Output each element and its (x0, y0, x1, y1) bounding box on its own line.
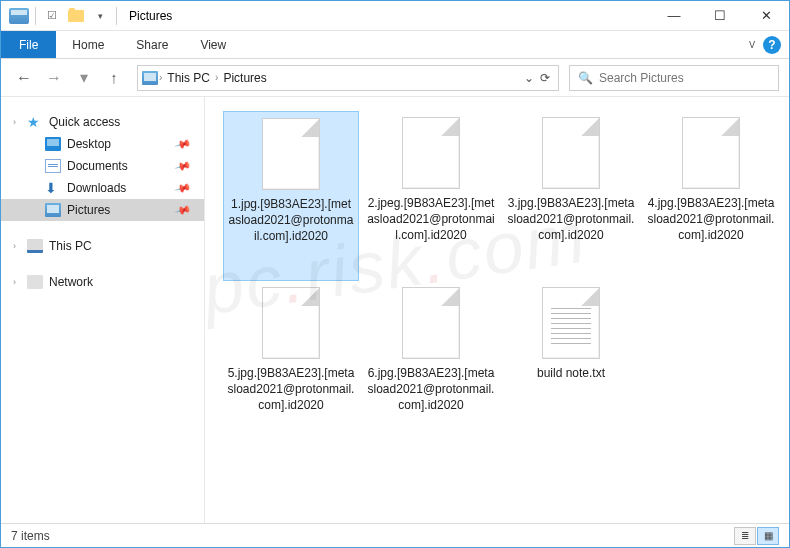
pin-icon: 📌 (174, 135, 193, 153)
pin-icon: 📌 (174, 201, 193, 219)
search-placeholder: Search Pictures (599, 71, 684, 85)
up-button[interactable]: ↑ (101, 65, 127, 91)
sidebar-item-desktop[interactable]: Desktop 📌 (1, 133, 204, 155)
file-grid[interactable]: 1.jpg.[9B83AE23].[metasload2021@protonma… (205, 97, 789, 525)
sidebar-label: Pictures (67, 203, 110, 217)
qat-separator (35, 7, 36, 25)
view-switcher: ≣ ▦ (734, 527, 779, 545)
minimize-button[interactable]: — (651, 1, 697, 31)
network-icon (27, 275, 43, 289)
thispc-icon (27, 239, 43, 253)
file-item[interactable]: 4.jpg.[9B83AE23].[metasload2021@protonma… (643, 111, 779, 281)
blank-file-icon (402, 287, 460, 359)
qat-newfolder-icon[interactable] (66, 6, 86, 26)
sidebar-label: Network (49, 275, 93, 289)
sidebar-label: This PC (49, 239, 92, 253)
star-icon: ★ (27, 115, 43, 129)
qat-separator-2 (116, 7, 117, 25)
qat-properties-icon[interactable]: ☑ (42, 6, 62, 26)
sidebar-item-thispc[interactable]: › This PC (1, 235, 204, 257)
documents-icon (45, 159, 61, 173)
titlebar: ☑ ▾ Pictures — ☐ ✕ (1, 1, 789, 31)
ribbon: File Home Share View ᐯ ? (1, 31, 789, 59)
crumb-pictures[interactable]: Pictures (219, 71, 270, 85)
sidebar-label: Desktop (67, 137, 111, 151)
blank-file-icon (262, 287, 320, 359)
file-name: 4.jpg.[9B83AE23].[metasload2021@protonma… (643, 195, 779, 244)
sidebar-label: Documents (67, 159, 128, 173)
history-dropdown-icon[interactable]: ▾ (71, 65, 97, 91)
file-name: 2.jpeg.[9B83AE23].[metasload2021@protonm… (363, 195, 499, 244)
address-controls: ⌄ ⟳ (524, 71, 554, 85)
file-name: 5.jpg.[9B83AE23].[metasload2021@protonma… (223, 365, 359, 414)
file-name: 3.jpg.[9B83AE23].[metasload2021@protonma… (503, 195, 639, 244)
file-name: build note.txt (533, 365, 609, 381)
search-input[interactable]: 🔍 Search Pictures (569, 65, 779, 91)
ribbon-right: ᐯ ? (749, 31, 789, 58)
content: › ★ Quick access Desktop 📌 Documents 📌 ⬇… (1, 97, 789, 525)
blank-file-icon (682, 117, 740, 189)
refresh-icon[interactable]: ⟳ (540, 71, 550, 85)
sidebar-item-documents[interactable]: Documents 📌 (1, 155, 204, 177)
chevron-icon: › (13, 277, 16, 287)
tab-share[interactable]: Share (120, 31, 184, 58)
details-view-button[interactable]: ≣ (734, 527, 756, 545)
statusbar: 7 items ≣ ▦ (1, 523, 789, 547)
blank-file-icon (262, 118, 320, 190)
file-name: 1.jpg.[9B83AE23].[metasload2021@protonma… (224, 196, 358, 245)
file-item[interactable]: 3.jpg.[9B83AE23].[metasload2021@protonma… (503, 111, 639, 281)
sidebar-label: Downloads (67, 181, 126, 195)
qat-customize-icon[interactable]: ▾ (90, 6, 110, 26)
file-item[interactable]: 1.jpg.[9B83AE23].[metasload2021@protonma… (223, 111, 359, 281)
titlebar-left: ☑ ▾ Pictures (1, 6, 172, 26)
sidebar: › ★ Quick access Desktop 📌 Documents 📌 ⬇… (1, 97, 205, 525)
downloads-icon: ⬇ (45, 181, 61, 195)
sidebar-label: Quick access (49, 115, 120, 129)
file-item[interactable]: 2.jpeg.[9B83AE23].[metasload2021@protonm… (363, 111, 499, 281)
sidebar-item-downloads[interactable]: ⬇ Downloads 📌 (1, 177, 204, 199)
close-button[interactable]: ✕ (743, 1, 789, 31)
blank-file-icon (542, 117, 600, 189)
address-dropdown-icon[interactable]: ⌄ (524, 71, 534, 85)
address-bar[interactable]: › This PC › Pictures ⌄ ⟳ (137, 65, 559, 91)
window-controls: — ☐ ✕ (651, 1, 789, 31)
file-name: 6.jpg.[9B83AE23].[metasload2021@protonma… (363, 365, 499, 414)
tab-home[interactable]: Home (56, 31, 120, 58)
location-icon (142, 71, 158, 85)
icons-view-button[interactable]: ▦ (757, 527, 779, 545)
file-tab[interactable]: File (1, 31, 56, 58)
chevron-icon: › (13, 117, 16, 127)
search-icon: 🔍 (578, 71, 593, 85)
help-icon[interactable]: ? (763, 36, 781, 54)
status-count: 7 items (11, 529, 50, 543)
title-text: Pictures (129, 9, 172, 23)
file-item[interactable]: 6.jpg.[9B83AE23].[metasload2021@protonma… (363, 281, 499, 451)
sidebar-item-pictures[interactable]: Pictures 📌 (1, 199, 204, 221)
sidebar-item-network[interactable]: › Network (1, 271, 204, 293)
file-item[interactable]: build note.txt (503, 281, 639, 451)
desktop-icon (45, 137, 61, 151)
back-button[interactable]: ← (11, 65, 37, 91)
tab-view[interactable]: View (184, 31, 242, 58)
app-icon (9, 8, 29, 24)
chevron-icon: › (13, 241, 16, 251)
navbar: ← → ▾ ↑ › This PC › Pictures ⌄ ⟳ 🔍 Searc… (1, 59, 789, 97)
crumb-thispc[interactable]: This PC (163, 71, 214, 85)
maximize-button[interactable]: ☐ (697, 1, 743, 31)
pictures-icon (45, 203, 61, 217)
text-file-icon (542, 287, 600, 359)
file-item[interactable]: 5.jpg.[9B83AE23].[metasload2021@protonma… (223, 281, 359, 451)
pin-icon: 📌 (174, 157, 193, 175)
forward-button[interactable]: → (41, 65, 67, 91)
ribbon-expand-icon[interactable]: ᐯ (749, 40, 755, 50)
blank-file-icon (402, 117, 460, 189)
pin-icon: 📌 (174, 179, 193, 197)
sidebar-quick-access[interactable]: › ★ Quick access (1, 111, 204, 133)
